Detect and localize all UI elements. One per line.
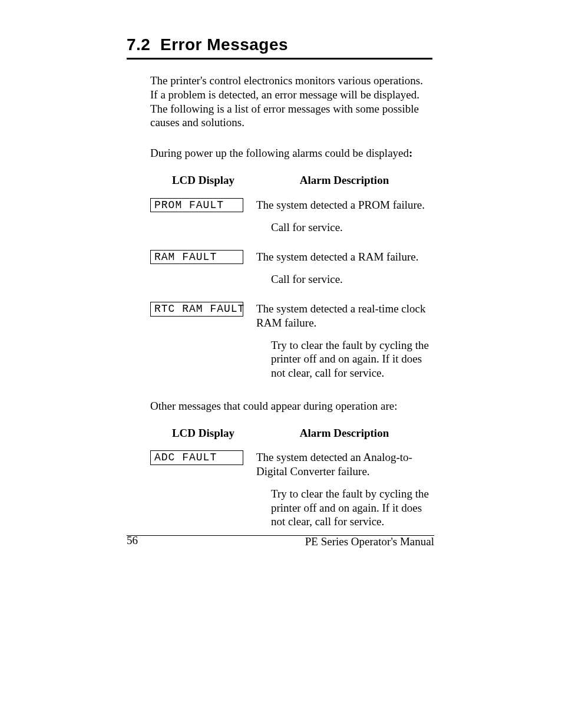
alarm-description: The system detected a PROM failure. bbox=[256, 198, 432, 212]
alarm-resolution: Try to clear the fault by cycling the pr… bbox=[271, 487, 432, 529]
header-alarm-description: Alarm Description bbox=[256, 426, 432, 440]
alarm-resolution: Call for service. bbox=[271, 220, 432, 235]
table-row-sub: Try to clear the fault by cycling the pr… bbox=[150, 487, 432, 529]
lcd-cell: PROM FAULT bbox=[150, 198, 256, 213]
section-title-text: Error Messages bbox=[160, 35, 288, 54]
table-row-sub: Call for service. bbox=[150, 272, 432, 286]
lcd-cell-empty bbox=[150, 220, 256, 235]
lcd-cell: RAM FAULT bbox=[150, 250, 256, 265]
section-title-rule bbox=[127, 58, 432, 60]
page: 7.2 Error Messages The printer's control… bbox=[0, 0, 562, 728]
table-header-row: LCD Display Alarm Description bbox=[150, 426, 432, 440]
operation-intro: Other messages that could appear during … bbox=[150, 399, 432, 413]
header-alarm-description: Alarm Description bbox=[256, 173, 432, 187]
table-row: RTC RAM FAULT The system detected a real… bbox=[150, 302, 432, 330]
lcd-display-box: ADC FAULT bbox=[150, 450, 243, 465]
operation-table: LCD Display Alarm Description ADC FAULT … bbox=[150, 426, 432, 529]
lcd-cell-empty bbox=[150, 272, 256, 286]
section-heading: 7.2 Error Messages bbox=[127, 35, 432, 54]
lcd-display-box: PROM FAULT bbox=[150, 198, 243, 213]
powerup-intro: During power up the following alarms cou… bbox=[150, 146, 432, 160]
header-lcd-display: LCD Display bbox=[150, 173, 256, 187]
alarm-resolution: Try to clear the fault by cycling the pr… bbox=[271, 338, 432, 380]
page-number: 56 bbox=[127, 534, 138, 547]
intro-paragraph: The printer's control electronics monito… bbox=[150, 74, 432, 130]
alarm-description: The system detected a RAM failure. bbox=[256, 250, 432, 264]
header-lcd-display: LCD Display bbox=[150, 426, 256, 440]
table-row-sub: Call for service. bbox=[150, 220, 432, 235]
alarm-description: The system detected a real-time clock RA… bbox=[256, 302, 432, 330]
lcd-cell: ADC FAULT bbox=[150, 450, 256, 465]
section-number: 7.2 bbox=[127, 35, 150, 54]
table-row-sub: Try to clear the fault by cycling the pr… bbox=[150, 338, 432, 380]
lcd-cell-empty bbox=[150, 487, 256, 529]
table-row: PROM FAULT The system detected a PROM fa… bbox=[150, 198, 432, 213]
manual-name: PE Series Operator's Manual bbox=[237, 535, 434, 548]
lcd-display-box: RAM FAULT bbox=[150, 250, 243, 265]
powerup-intro-text: During power up the following alarms cou… bbox=[150, 147, 409, 159]
lcd-cell-empty bbox=[150, 338, 256, 380]
powerup-table: LCD Display Alarm Description PROM FAULT… bbox=[150, 173, 432, 380]
alarm-description: The system detected an Analog-to-Digital… bbox=[256, 450, 432, 479]
table-row: ADC FAULT The system detected an Analog-… bbox=[150, 450, 432, 479]
lcd-display-box: RTC RAM FAULT bbox=[150, 302, 243, 317]
table-row: RAM FAULT The system detected a RAM fail… bbox=[150, 250, 432, 265]
body-block: The printer's control electronics monito… bbox=[150, 74, 432, 529]
table-header-row: LCD Display Alarm Description bbox=[150, 173, 432, 187]
lcd-cell: RTC RAM FAULT bbox=[150, 302, 256, 317]
alarm-resolution: Call for service. bbox=[271, 272, 432, 286]
